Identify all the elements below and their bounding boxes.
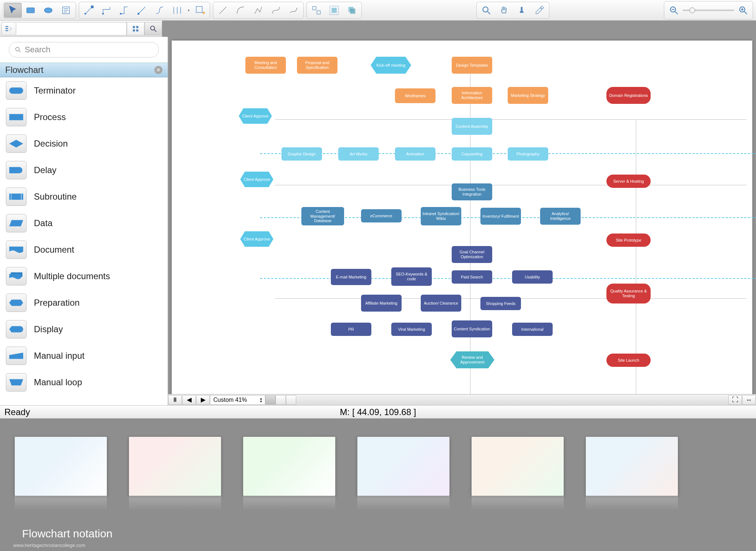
node-analytics[interactable]: Analytics/ Intelligence xyxy=(540,208,581,225)
stencil-process[interactable]: Process xyxy=(0,104,168,130)
node-usability[interactable]: Usability xyxy=(512,270,553,284)
text-tool[interactable] xyxy=(57,3,75,18)
connector-2[interactable] xyxy=(98,3,115,18)
pointer-tool[interactable] xyxy=(4,3,22,18)
node-copywriting[interactable]: Copywriting xyxy=(452,147,492,161)
stencil-manual-loop[interactable]: Manual loop xyxy=(0,369,168,396)
node-qa-testing[interactable]: Quality Assurance & Testing xyxy=(606,284,651,303)
stencil-delay[interactable]: Delay xyxy=(0,157,168,183)
node-cms[interactable]: Content Management/ Database xyxy=(301,207,344,225)
pause-button[interactable]: ⏸ xyxy=(168,395,182,405)
node-domain-reg[interactable]: Domain Registrations xyxy=(606,87,651,104)
eyedropper-tool[interactable] xyxy=(531,3,548,18)
connector-dropdown[interactable]: ▾ xyxy=(186,8,191,12)
node-ecommerce[interactable]: eCommerce xyxy=(361,209,402,222)
rect-tool[interactable] xyxy=(22,3,39,18)
node-approve-2[interactable]: Client Approve xyxy=(240,172,273,187)
zoom-combo[interactable]: Custom 41%▴▾ xyxy=(210,395,265,405)
node-design-templates[interactable]: Design Templates xyxy=(452,57,492,74)
stencil-multidoc[interactable]: Multiple documents xyxy=(0,263,168,289)
stencil-display[interactable]: Display xyxy=(0,316,168,343)
align-tool[interactable] xyxy=(308,3,325,18)
node-graphic-design[interactable]: Graphic Design xyxy=(281,147,322,161)
node-proposal[interactable]: Proposal and Specification xyxy=(297,57,337,74)
connector-6[interactable] xyxy=(168,3,186,18)
node-site-prototype[interactable]: Site Prototype xyxy=(606,234,651,247)
library-toggle[interactable] xyxy=(1,22,16,35)
gallery-thumb-4[interactable] xyxy=(357,437,449,496)
connector-5[interactable] xyxy=(151,3,168,18)
stencil-subroutine[interactable]: Subroutine xyxy=(0,183,168,210)
node-kickoff[interactable]: Kick-off meeting xyxy=(371,57,411,74)
gallery-thumb-3[interactable] xyxy=(243,437,335,496)
page-tab-3[interactable] xyxy=(286,395,296,405)
zoom-slider[interactable] xyxy=(683,10,734,11)
line-tool[interactable] xyxy=(214,3,232,18)
fit-page-button[interactable]: ⛶ xyxy=(728,395,742,405)
zoom-in-button[interactable] xyxy=(736,3,750,18)
node-shopping-feeds[interactable]: Shopping Feeds xyxy=(480,297,521,310)
connector-new[interactable]: ✦ xyxy=(191,3,209,18)
connector-1[interactable] xyxy=(80,3,98,18)
close-category-icon[interactable]: ✕ xyxy=(154,66,162,74)
stencil-terminator[interactable]: Terminator xyxy=(0,77,168,104)
node-gco[interactable]: Goal Channel Optimization xyxy=(452,246,492,263)
stencil-category-header[interactable]: Flowchart ✕ xyxy=(0,63,168,77)
freehand-tool[interactable] xyxy=(285,3,302,18)
node-international[interactable]: International xyxy=(512,323,553,336)
gallery-thumb-5[interactable] xyxy=(472,437,564,496)
node-wireframes[interactable]: Wireframes xyxy=(395,88,435,103)
gallery-thumb-2[interactable] xyxy=(129,437,221,496)
node-paid-search[interactable]: Paid Search xyxy=(452,270,492,284)
zoom-tool[interactable] xyxy=(477,3,495,18)
node-viral[interactable]: Viral Marketing xyxy=(391,323,432,336)
stencil-manual-input[interactable]: Manual input xyxy=(0,343,168,369)
stencil-decision[interactable]: Decision xyxy=(0,130,168,157)
gallery-thumb-6[interactable] xyxy=(586,437,678,496)
node-email-marketing[interactable]: E-mail Marketing xyxy=(331,269,371,285)
grid-view-button[interactable] xyxy=(127,22,144,35)
node-art-works[interactable]: Art Works xyxy=(338,147,379,161)
node-server-hosting[interactable]: Server & Hosting xyxy=(606,175,651,188)
fit-width-button[interactable]: ↔ xyxy=(742,395,756,405)
stencil-preparation[interactable]: Preparation xyxy=(0,289,168,316)
page-tab-2[interactable] xyxy=(276,395,286,405)
node-pr[interactable]: PR xyxy=(331,323,371,336)
node-animation[interactable]: Animation xyxy=(395,147,435,161)
node-marketing[interactable]: Marketing Strategy xyxy=(508,87,548,104)
node-auction[interactable]: Auction/ Clearance xyxy=(421,295,461,312)
next-page-button[interactable]: ▶ xyxy=(196,395,210,405)
gallery-thumb-1[interactable] xyxy=(15,437,107,496)
node-intranet[interactable]: Intranet Syndication/ Wikis xyxy=(421,207,461,225)
node-site-launch[interactable]: Site Launch xyxy=(606,354,651,367)
connector-3[interactable] xyxy=(115,3,133,18)
node-meeting[interactable]: Meeting and Consultation xyxy=(245,57,286,74)
node-photography[interactable]: Photography xyxy=(508,147,548,161)
bezier-tool[interactable] xyxy=(267,3,285,18)
node-content-syndication[interactable]: Content Syndication xyxy=(452,320,492,337)
ellipse-tool[interactable] xyxy=(39,3,57,18)
node-approve-1[interactable]: Client Approve xyxy=(239,108,272,124)
stencil-document[interactable]: Document xyxy=(0,236,168,263)
node-affiliate[interactable]: Affiliate Marketing xyxy=(361,295,402,312)
node-bti[interactable]: Business Tools Integration xyxy=(452,183,492,200)
drawing-canvas[interactable]: Meeting and Consultation Proposal and Sp… xyxy=(172,41,752,401)
zoom-slider-thumb[interactable] xyxy=(689,7,695,13)
stencil-data[interactable]: Data xyxy=(0,210,168,236)
library-search-button[interactable] xyxy=(144,22,162,35)
polyline-tool[interactable] xyxy=(249,3,267,18)
group-tool[interactable] xyxy=(325,3,343,18)
zoom-out-button[interactable] xyxy=(667,3,680,18)
node-seo[interactable]: SEO-Keywords & code xyxy=(391,267,432,286)
pan-tool[interactable] xyxy=(495,3,513,18)
curve-tool[interactable] xyxy=(232,3,249,18)
node-content-assembly[interactable]: Content Assembly xyxy=(452,118,492,135)
library-filter[interactable] xyxy=(16,22,127,35)
node-review[interactable]: Review and Approvement xyxy=(450,351,494,368)
node-inventory[interactable]: Inventory/ Fulfilment xyxy=(480,208,521,225)
connector-4[interactable] xyxy=(133,3,151,18)
stencil-search[interactable]: Search xyxy=(9,42,159,57)
stamp-tool[interactable] xyxy=(513,3,531,18)
node-approve-3[interactable]: Client Approve xyxy=(240,231,273,247)
page-tab-1[interactable] xyxy=(265,395,276,405)
